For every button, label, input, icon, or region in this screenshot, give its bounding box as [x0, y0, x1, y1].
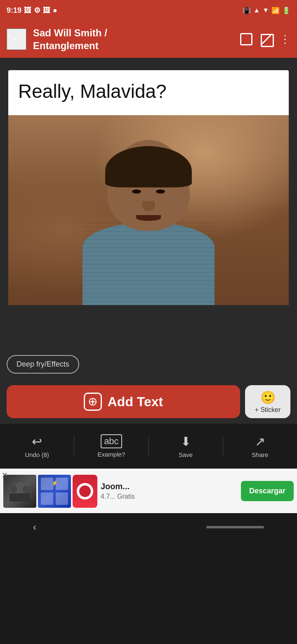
ad-thumb-1 — [3, 475, 36, 508]
ad-thumb-2: ⚡ — [38, 475, 71, 508]
svg-rect-7 — [56, 492, 68, 505]
status-photo2-icon: 🖼 — [43, 6, 50, 15]
share-label: Share — [252, 451, 268, 458]
arrow-up-icon: ▲ — [253, 7, 260, 14]
svg-point-1 — [10, 486, 17, 492]
meme-card: Really, Malavida? — [8, 70, 289, 305]
app-title: Sad Will Smith / Entanglement — [33, 26, 233, 52]
nav-home-pill[interactable] — [206, 526, 264, 528]
sweater-texture — [82, 223, 214, 305]
add-text-label: Add Text — [108, 394, 163, 410]
status-right: 📳 ▲ ▼ 📶 🔋 — [243, 7, 290, 14]
ad-images: ⚡ — [3, 475, 97, 508]
ad-thumb-3 — [73, 475, 97, 508]
bottom-toolbar: ↩ Undo (8) abc Example? ⬇ Save ↗ Share — [0, 423, 297, 469]
ad-rating: 4.7... Gratis — [101, 493, 238, 500]
ad-download-button[interactable]: Descargar — [241, 481, 294, 501]
mouth-shape — [136, 215, 161, 221]
title-line2: Entanglement — [33, 39, 233, 52]
nav-bar: ‹ — [0, 513, 297, 541]
svg-rect-6 — [41, 492, 53, 505]
example-icon: abc — [101, 434, 122, 448]
ad-banner: ✕ ⚡ Joom... 4.7 — [0, 469, 297, 513]
svg-text:⚡: ⚡ — [51, 480, 59, 487]
app-bar: ← Sad Will Smith / Entanglement ⋮ — [0, 21, 297, 58]
frame-icon[interactable] — [240, 33, 252, 45]
example-label: Example? — [98, 451, 125, 458]
ad-close-icon[interactable]: ✕ — [2, 471, 8, 480]
nav-back-button[interactable]: ‹ — [33, 521, 36, 533]
eye-left — [132, 189, 141, 194]
status-left: 9:19 🖼 ⚙ 🖼 ● — [7, 6, 57, 15]
status-gear-icon: ⚙ — [34, 6, 40, 15]
vibrate-icon: 📳 — [243, 7, 251, 14]
meme-image-inner — [8, 115, 289, 305]
status-time: 9:19 — [7, 6, 21, 15]
sticker-button[interactable]: 🙂 + Sticker — [245, 385, 290, 418]
add-text-area: ⊕ Add Text 🙂 + Sticker — [0, 380, 297, 423]
status-dot: ● — [53, 6, 57, 15]
status-photo-icon: 🖼 — [24, 6, 31, 15]
ad-app-name: Joom... — [101, 482, 238, 491]
battery-icon: 🔋 — [282, 7, 290, 14]
hair-shape — [105, 146, 192, 187]
share-icon: ↗ — [255, 434, 265, 449]
undo-icon: ↩ — [32, 434, 42, 449]
wifi-icon: ▼ — [262, 7, 269, 14]
add-text-button[interactable]: ⊕ Add Text — [7, 385, 240, 418]
undo-button[interactable]: ↩ Undo (8) — [0, 434, 74, 458]
nose-shape — [142, 201, 155, 211]
crop-icon[interactable] — [260, 33, 272, 45]
sticker-face-icon: 🙂 — [260, 390, 276, 405]
content-area: Really, Malavida? — [0, 58, 297, 347]
add-text-icon: ⊕ — [84, 393, 102, 411]
svg-rect-3 — [9, 493, 30, 502]
status-bar: 9:19 🖼 ⚙ 🖼 ● 📳 ▲ ▼ 📶 🔋 — [0, 0, 297, 21]
title-line1: Sad Will Smith / — [33, 26, 233, 39]
person-silhouette — [70, 132, 227, 305]
back-button[interactable]: ← — [7, 28, 26, 50]
undo-label: Undo (8) — [25, 451, 49, 458]
save-label: Save — [179, 451, 193, 458]
deep-fry-area: Deep fry/Effects — [0, 347, 297, 380]
eye-right — [156, 189, 165, 194]
meme-image — [8, 115, 289, 305]
example-button[interactable]: abc Example? — [74, 434, 148, 458]
network-icon: 📶 — [271, 7, 280, 14]
share-button[interactable]: ↗ Share — [223, 434, 297, 458]
deep-fry-button[interactable]: Deep fry/Effects — [7, 355, 79, 374]
svg-point-2 — [23, 486, 29, 492]
head-shape — [107, 140, 190, 231]
meme-text: Really, Malavida? — [8, 70, 289, 115]
save-icon: ⬇ — [181, 434, 191, 449]
save-button[interactable]: ⬇ Save — [149, 434, 223, 458]
more-options-icon[interactable]: ⋮ — [280, 33, 290, 46]
app-bar-actions: ⋮ — [240, 33, 290, 46]
ad-info: Joom... 4.7... Gratis — [101, 482, 238, 500]
sticker-label: + Sticker — [255, 406, 281, 414]
